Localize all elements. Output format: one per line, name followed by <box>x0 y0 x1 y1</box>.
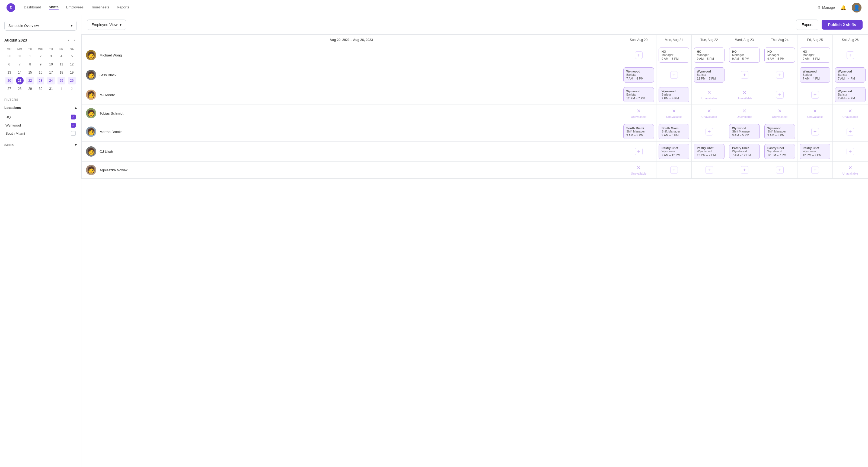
location-checkbox[interactable] <box>71 123 76 127</box>
export-button[interactable]: Export <box>796 20 818 30</box>
add-shift-button[interactable]: + <box>776 91 784 98</box>
locations-header[interactable]: Locations ▴ <box>4 105 77 111</box>
shift-cell: Wynwood Barista 12 PM – 7 PM <box>621 85 656 105</box>
calendar-day[interactable]: 4 <box>58 52 65 60</box>
calendar-day[interactable]: 19 <box>68 69 76 76</box>
avatar: 🧑 <box>86 165 96 175</box>
calendar-next[interactable]: › <box>72 37 77 43</box>
shift-card[interactable]: Wynwood Shift Manager 9 AM – 5 PM <box>729 124 760 139</box>
manage-button[interactable]: ⚙ Manage <box>817 5 835 9</box>
calendar-day[interactable]: 1 <box>58 85 65 93</box>
calendar-day[interactable]: 18 <box>58 69 65 76</box>
shift-card[interactable]: Pastry Chef Wyndwood 7 AM – 12 PM <box>659 144 689 159</box>
shift-card[interactable]: Pastry Chef Wyndwood 7 AM – 12 PM <box>729 144 760 159</box>
nav-reports[interactable]: Reports <box>117 5 129 10</box>
calendar-day[interactable]: 20 <box>5 77 13 84</box>
calendar-day[interactable]: 30 <box>37 85 44 93</box>
calendar-day[interactable]: 14 <box>16 69 24 76</box>
publish-button[interactable]: Publish 2 shifts <box>822 20 863 30</box>
add-shift-button[interactable]: + <box>741 71 748 79</box>
location-checkbox[interactable] <box>71 131 76 136</box>
add-shift-button[interactable]: + <box>846 128 854 136</box>
calendar-day[interactable]: 11 <box>58 61 65 68</box>
add-shift-button[interactable]: + <box>635 148 643 155</box>
calendar-day[interactable]: 22 <box>26 77 34 84</box>
calendar-day[interactable]: 6 <box>5 61 13 68</box>
add-shift-button[interactable]: + <box>776 166 784 174</box>
shift-card[interactable]: HQ Manager 9 AM – 5 PM <box>729 48 760 63</box>
calendar-day[interactable]: 27 <box>5 85 13 93</box>
shift-card[interactable]: South Miami Shift Manager 9 AM – 5 PM <box>623 124 654 139</box>
calendar-day[interactable]: 5 <box>68 52 76 60</box>
calendar-prev[interactable]: ‹ <box>66 37 71 43</box>
calendar-day[interactable]: 15 <box>26 69 34 76</box>
col-fri: Fri, Aug 25 <box>798 35 833 45</box>
add-shift-button[interactable]: + <box>741 166 748 174</box>
user-avatar[interactable]: 👤 <box>852 3 862 12</box>
schedule-overview-dropdown[interactable]: Schedule Overview ▾ <box>4 21 77 31</box>
shift-role: Manager <box>732 53 757 56</box>
shift-card[interactable]: Wynwood Barista 12 PM – 7 PM <box>694 67 724 83</box>
calendar-day[interactable]: 23 <box>37 77 44 84</box>
nav-dashboard[interactable]: Dashboard <box>24 5 41 10</box>
add-shift-button[interactable]: + <box>846 148 854 155</box>
shift-card[interactable]: HQ Manager 9 AM – 5 PM <box>764 48 795 63</box>
notification-icon[interactable]: 🔔 <box>840 5 846 10</box>
calendar-day[interactable]: 26 <box>68 77 76 84</box>
shift-card[interactable]: Wynwood Shift Manager 9 AM – 5 PM <box>764 124 795 139</box>
add-shift-button[interactable]: + <box>811 128 819 136</box>
calendar-day[interactable]: 8 <box>26 61 34 68</box>
x-icon: ✕ <box>742 90 746 95</box>
shift-card[interactable]: Pastry Chef Wyndwood 12 PM – 7 PM <box>694 144 724 159</box>
calendar-day[interactable]: 30 <box>5 52 13 60</box>
location-checkbox[interactable] <box>71 115 76 119</box>
shift-card[interactable]: Pastry Chef Wyndwood 12 PM – 7 PM <box>800 144 830 159</box>
shift-card[interactable]: HQ Manager 9 AM – 5 PM <box>800 48 830 63</box>
nav-shifts[interactable]: Shifts <box>49 5 59 10</box>
calendar-day[interactable]: 1 <box>26 52 34 60</box>
shift-card[interactable]: HQ Manager 9 AM – 5 PM <box>694 48 724 63</box>
shift-card[interactable]: Wynwood Barista 7 PM – 4 PM <box>659 87 689 103</box>
nav-timesheets[interactable]: Timesheets <box>91 5 109 10</box>
shift-card[interactable]: Wynwood Barista 7 AM – 4 PM <box>835 87 866 103</box>
add-shift-button[interactable]: + <box>811 166 819 174</box>
shift-card[interactable]: South Miami Shift Manager 9 AM – 5 PM <box>659 124 689 139</box>
calendar-day[interactable]: 13 <box>5 69 13 76</box>
add-shift-button[interactable]: + <box>811 91 819 98</box>
shift-card[interactable]: Wynwood Barista 7 AM – 4 PM <box>800 67 830 83</box>
calendar-day[interactable]: 16 <box>37 69 44 76</box>
add-shift-button[interactable]: + <box>706 166 713 174</box>
date-range: Aug 20, 2023 – Aug 26, 2023 <box>82 35 621 45</box>
add-shift-button[interactable]: + <box>846 51 854 59</box>
add-shift-button[interactable]: + <box>670 166 678 174</box>
skills-header[interactable]: Skills ▾ <box>4 142 77 148</box>
shift-card[interactable]: Wynwood Barista 7 AM – 4 PM <box>623 67 654 83</box>
add-shift-button[interactable]: + <box>706 128 713 136</box>
shift-location: Wynwood <box>767 126 792 130</box>
calendar-day[interactable]: 28 <box>16 85 24 93</box>
calendar-day[interactable]: 24 <box>47 77 55 84</box>
calendar-day[interactable]: 17 <box>47 69 55 76</box>
calendar-day[interactable]: 10 <box>47 61 55 68</box>
shift-card[interactable]: Pastry Chef Wyndwood 12 PM – 7 PM <box>764 144 795 159</box>
calendar-day[interactable]: 31 <box>47 85 55 93</box>
calendar-day[interactable]: 31 <box>16 52 24 60</box>
shift-card[interactable]: Wynwood Barista 12 PM – 7 PM <box>623 87 654 103</box>
calendar-day[interactable]: 12 <box>68 61 76 68</box>
calendar-day[interactable]: 7 <box>16 61 24 68</box>
calendar-day[interactable]: 21 <box>16 77 24 84</box>
calendar-day[interactable]: 29 <box>26 85 34 93</box>
calendar-day[interactable]: 2 <box>68 85 76 93</box>
shift-card[interactable]: Wynwood Barista 7 AM – 4 PM <box>835 67 866 83</box>
shift-card[interactable]: HQ Manager 9 AM – 5 PM <box>659 48 689 63</box>
shift-cell: + <box>762 65 798 85</box>
calendar-day[interactable]: 9 <box>37 61 44 68</box>
add-shift-button[interactable]: + <box>776 71 784 79</box>
add-shift-button[interactable]: + <box>635 51 643 59</box>
calendar-day[interactable]: 3 <box>47 52 55 60</box>
add-shift-button[interactable]: + <box>670 71 678 79</box>
calendar-day[interactable]: 25 <box>58 77 65 84</box>
nav-employees[interactable]: Employees <box>66 5 84 10</box>
view-dropdown[interactable]: Employee View ▾ <box>87 20 126 30</box>
calendar-day[interactable]: 2 <box>37 52 44 60</box>
